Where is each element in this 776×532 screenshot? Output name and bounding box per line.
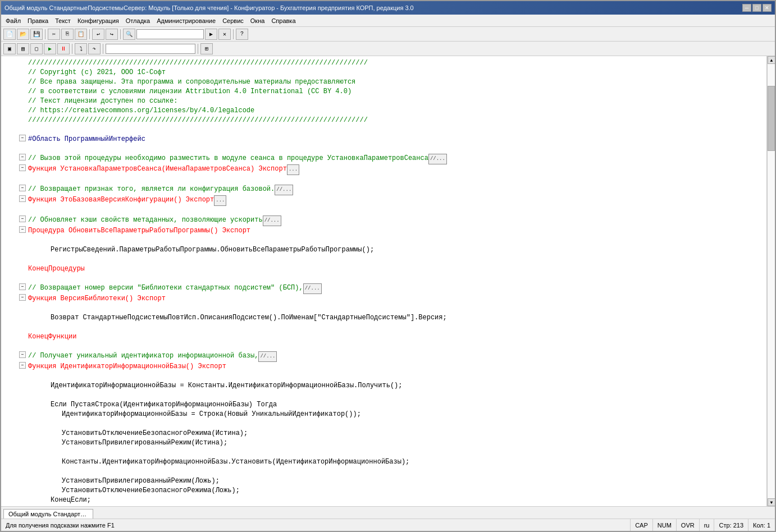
code-token: УстановитьПривилегированныйРежим(Ложь);: [62, 476, 220, 486]
status-ovr: OVR: [676, 519, 699, 531]
scroll-track[interactable]: [768, 64, 775, 498]
tb-help-button[interactable]: ?: [236, 29, 248, 40]
code-token: ////////////////////////////////////////…: [28, 58, 368, 68]
bottom-tabs: Общий модуль Стандарты...: [1, 506, 775, 519]
code-ellipsis[interactable]: //...: [258, 351, 277, 362]
right-scrollbar[interactable]: ▲ ▼: [767, 56, 775, 506]
code-line: [1, 342, 766, 351]
status-col: Кол: 1: [748, 519, 775, 531]
menu-item-конфигурация[interactable]: Конфигурация: [74, 16, 122, 25]
status-num: NUM: [652, 519, 676, 531]
bottom-tab-main[interactable]: Общий модуль Стандарты...: [3, 509, 93, 519]
menu-item-справка[interactable]: Справка: [268, 16, 299, 25]
tb-open-button[interactable]: 📂: [17, 29, 29, 40]
tb-new-button[interactable]: 📄: [3, 29, 16, 40]
code-ellipsis[interactable]: ...: [287, 164, 299, 175]
menu-item-окна[interactable]: Окна: [247, 16, 268, 25]
fold-button[interactable]: –: [19, 351, 26, 358]
status-hint: Для получения подсказки нажмите F1: [1, 522, 630, 529]
tb2-stop-button[interactable]: ⏸: [57, 43, 70, 54]
window-title: Общий модуль СтандартныеПодсистемыСервер…: [4, 4, 414, 11]
status-right: CAP NUM OVR ru Стр: 213 Кол: 1: [630, 519, 775, 531]
scroll-thumb[interactable]: [768, 86, 775, 151]
tb-cut-button[interactable]: ✂: [48, 29, 60, 40]
tb2-step-button[interactable]: ⤵: [75, 43, 87, 54]
scroll-down-arrow[interactable]: ▼: [768, 498, 775, 506]
tb2-btn1[interactable]: ▣: [3, 43, 16, 54]
code-ellipsis[interactable]: //...: [428, 154, 447, 164]
minimize-button[interactable]: ─: [742, 4, 751, 12]
tb-search-go-button[interactable]: ▶: [205, 29, 217, 40]
code-line: –// Вызов этой процедуры необходимо разм…: [1, 154, 766, 164]
code-ellipsis[interactable]: //...: [263, 215, 281, 226]
fold-button[interactable]: –: [19, 215, 26, 222]
fold-button[interactable]: –: [19, 226, 26, 233]
fold-button[interactable]: –: [19, 185, 26, 191]
tb-redo-button[interactable]: ↪: [106, 29, 118, 40]
toolbar-1: 📄 📂 💾 ✂ ⎘ 📋 ↩ ↪ 🔍 ▶ ✕ ?: [1, 27, 775, 42]
tb-sep-3: [120, 29, 121, 39]
code-line: ИдентификаторИнформационнойБазы = Конста…: [1, 381, 766, 391]
code-token: УстановитьОтключениеБезопасногоРежима(Ис…: [62, 429, 248, 438]
code-ellipsis[interactable]: ...: [214, 195, 226, 206]
code-token: КонецЕсли;: [51, 496, 91, 505]
tb-copy-button[interactable]: ⎘: [61, 29, 74, 40]
code-token: // Вызов этой процедуры необходимо разме…: [28, 154, 428, 163]
code-token: ////////////////////////////////////////…: [28, 116, 368, 125]
code-token: // Возвращает номер версии "Библиотеки с…: [28, 283, 303, 293]
menu-item-сервис[interactable]: Сервис: [219, 16, 247, 25]
menu-item-текст[interactable]: Текст: [52, 16, 74, 25]
menu-item-отладка[interactable]: Отладка: [122, 16, 153, 25]
fold-button[interactable]: –: [19, 154, 26, 160]
tb-save-button[interactable]: 💾: [30, 29, 43, 40]
tb2-step-over-button[interactable]: ↷: [88, 43, 101, 54]
tb-search-clear-button[interactable]: ✕: [218, 29, 231, 40]
code-line: [1, 175, 766, 185]
status-cap: CAP: [630, 519, 652, 531]
code-line: // в соответствии с условиями лицензии A…: [1, 87, 766, 97]
tb2-more-button[interactable]: ⊞: [200, 43, 213, 54]
fold-button[interactable]: –: [19, 362, 26, 369]
tb2-run-button[interactable]: ▶: [44, 43, 56, 54]
fold-button[interactable]: –: [19, 164, 26, 171]
fold-button[interactable]: –: [19, 135, 26, 141]
code-line: [1, 255, 766, 264]
code-line: –Функция ИдентификаторИнформационнойБазы…: [1, 362, 766, 372]
code-ellipsis[interactable]: //...: [275, 185, 293, 195]
menu-item-файл[interactable]: Файл: [2, 16, 24, 25]
maximize-button[interactable]: □: [752, 4, 761, 12]
code-line: –#Область ПрограммныйИнтерфейс: [1, 135, 766, 144]
fold-button[interactable]: –: [19, 283, 26, 290]
tb2-btn3[interactable]: ▢: [30, 43, 43, 54]
code-line: –Функция ВерсияБиблиотеки() Экспорт: [1, 294, 766, 304]
tb-undo-button[interactable]: ↩: [92, 29, 104, 40]
code-token: // Обновляет кэши свойств метаданных, по…: [28, 215, 263, 225]
code-token: // в соответствии с условиями лицензии A…: [28, 87, 352, 97]
fold-button[interactable]: –: [19, 195, 26, 202]
search-input[interactable]: [136, 29, 204, 39]
scroll-up-arrow[interactable]: ▲: [768, 56, 775, 64]
menu-item-правка[interactable]: Правка: [24, 16, 52, 25]
code-line: –// Возвращает признак того, является ли…: [1, 185, 766, 195]
code-line: [1, 505, 766, 506]
code-token: КонецФункции: [28, 332, 76, 342]
close-button[interactable]: ✕: [763, 4, 772, 12]
tb-search-button[interactable]: 🔍: [123, 29, 135, 40]
fold-button[interactable]: –: [19, 294, 26, 301]
menu-item-администрирование[interactable]: Администрирование: [153, 16, 219, 25]
code-line: [1, 323, 766, 332]
tb-paste-button[interactable]: 📋: [75, 29, 87, 40]
code-token: РегистрыСведений.ПараметрыРаботыПрограмм…: [51, 245, 374, 255]
code-line: –// Получает уникальный идентификатор ин…: [1, 351, 766, 362]
main-area: ////////////////////////////////////////…: [1, 56, 775, 506]
code-line: // Все права защищены. Эта программа и с…: [1, 77, 766, 87]
code-ellipsis[interactable]: //...: [303, 283, 322, 294]
code-line: [1, 391, 766, 400]
code-token: КонецПроцедуры: [28, 264, 85, 274]
code-token: Возврат СтандартныеПодсистемыПовтИсп.Опи…: [51, 313, 447, 323]
tb2-btn2[interactable]: ▤: [17, 43, 29, 54]
code-token: Функция ЭтоБазоваяВерсияКонфигурации() Э…: [28, 195, 214, 205]
module-path-input[interactable]: [106, 44, 195, 54]
code-editor[interactable]: ////////////////////////////////////////…: [1, 56, 767, 506]
code-line: [1, 419, 766, 429]
